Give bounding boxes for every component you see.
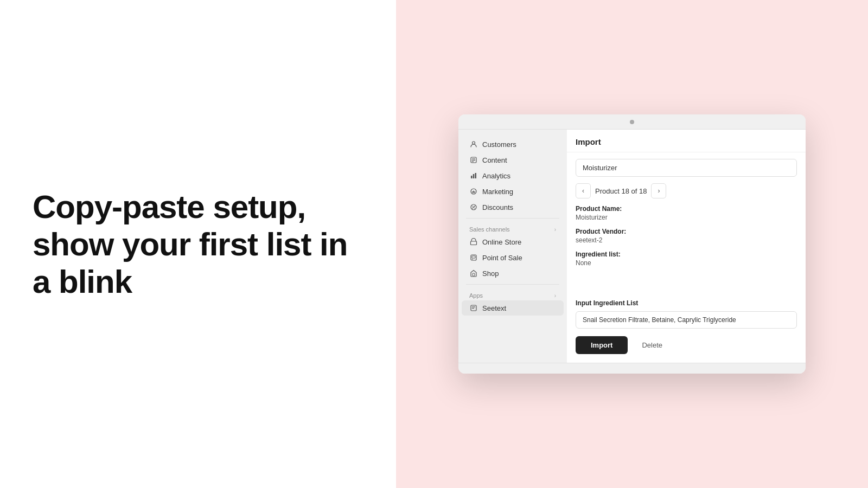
- hero-line1: Copy-paste setup,: [33, 189, 305, 225]
- main-content: Import ‹ Product 18 of 18 ›: [567, 130, 806, 363]
- page-label: Product 18 of 18: [595, 187, 647, 195]
- mac-window: Customers Content: [458, 114, 806, 374]
- discounts-icon: [469, 203, 478, 211]
- shop-icon: [469, 269, 478, 278]
- svg-rect-7: [475, 173, 477, 178]
- chevron-left-icon: ‹: [582, 187, 584, 195]
- sidebar-item-content[interactable]: Content: [462, 152, 564, 168]
- action-buttons: Import Delete: [567, 336, 806, 363]
- svg-point-13: [474, 208, 475, 209]
- product-name-value: Moisturizer: [576, 214, 797, 221]
- sidebar-label-seetext: Seetext: [482, 304, 506, 312]
- product-search-input[interactable]: [576, 159, 797, 177]
- svg-rect-5: [471, 176, 473, 178]
- title-bar: [458, 114, 806, 130]
- ingredient-list-row: Ingredient list: None: [576, 251, 797, 267]
- svg-rect-14: [471, 241, 477, 245]
- sidebar-item-marketing[interactable]: Marketing: [462, 184, 564, 199]
- import-title: Import: [576, 137, 601, 146]
- hero-text: Copy-paste setup, show your first list i…: [33, 188, 347, 300]
- pagination-bar: ‹ Product 18 of 18 ›: [576, 183, 797, 198]
- product-vendor-value: seetext-2: [576, 236, 797, 244]
- pos-icon: [469, 253, 478, 262]
- svg-point-9: [473, 191, 474, 192]
- sidebar-item-discounts[interactable]: Discounts: [462, 200, 564, 215]
- sidebar-label-shop: Shop: [482, 269, 499, 278]
- import-button[interactable]: Import: [576, 336, 628, 354]
- product-vendor-row: Product Vendor: seetext-2: [576, 228, 797, 244]
- sales-channels-header: Sales channels ›: [462, 222, 564, 234]
- chevron-right-icon-page: ›: [658, 187, 660, 195]
- product-info: Product Name: Moisturizer Product Vendor…: [567, 205, 806, 299]
- sidebar-label-customers: Customers: [482, 140, 516, 149]
- window-body: Customers Content: [458, 130, 806, 363]
- product-name-row: Product Name: Moisturizer: [576, 205, 797, 221]
- svg-rect-16: [472, 256, 475, 258]
- ingredient-input-field[interactable]: [576, 311, 797, 329]
- svg-point-12: [472, 206, 473, 207]
- sidebar-item-analytics[interactable]: Analytics: [462, 168, 564, 183]
- sidebar-label-analytics: Analytics: [482, 172, 510, 180]
- window-bottom-bar: [458, 363, 806, 374]
- svg-rect-6: [473, 174, 475, 178]
- hero-line3: a blink: [33, 264, 132, 300]
- apps-header: Apps ›: [462, 288, 564, 300]
- sidebar-item-seetext[interactable]: Seetext: [462, 300, 564, 316]
- hero-line2: show your first list in: [33, 226, 347, 262]
- svg-point-0: [473, 142, 475, 144]
- sidebar-item-shop[interactable]: Shop: [462, 266, 564, 281]
- sidebar: Customers Content: [458, 130, 567, 363]
- sidebar-label-marketing: Marketing: [482, 188, 513, 196]
- sidebar-divider-2: [466, 284, 559, 285]
- sidebar-item-point-of-sale[interactable]: Point of Sale: [462, 250, 564, 265]
- next-page-button[interactable]: ›: [651, 183, 666, 198]
- svg-rect-18: [473, 273, 475, 276]
- marketing-icon: [469, 187, 478, 196]
- sidebar-label-content: Content: [482, 156, 507, 164]
- store-icon: [469, 237, 478, 246]
- sidebar-label-discounts: Discounts: [482, 203, 513, 211]
- person-icon: [469, 140, 478, 149]
- input-ingredient-label: Input Ingredient List: [567, 299, 806, 307]
- right-panel: Customers Content: [396, 0, 868, 488]
- prev-page-button[interactable]: ‹: [576, 183, 591, 198]
- product-name-label: Product Name:: [576, 205, 797, 213]
- chevron-right-icon-2: ›: [554, 293, 556, 299]
- main-header: Import: [567, 130, 806, 152]
- title-bar-dot: [630, 120, 634, 124]
- chevron-right-icon: ›: [554, 227, 556, 233]
- product-vendor-label: Product Vendor:: [576, 228, 797, 235]
- ingredient-list-label: Ingredient list:: [576, 251, 797, 258]
- analytics-icon: [469, 171, 478, 180]
- seetext-icon: [469, 304, 478, 312]
- sidebar-item-online-store[interactable]: Online Store: [462, 234, 564, 249]
- sidebar-item-customers[interactable]: Customers: [462, 137, 564, 152]
- sidebar-label-online-store: Online Store: [482, 238, 521, 246]
- content-icon: [469, 156, 478, 164]
- delete-button[interactable]: Delete: [633, 336, 671, 354]
- sidebar-divider-1: [466, 218, 559, 219]
- left-panel: Copy-paste setup, show your first list i…: [0, 0, 396, 488]
- sidebar-label-point-of-sale: Point of Sale: [482, 254, 522, 262]
- ingredient-list-value: None: [576, 259, 797, 267]
